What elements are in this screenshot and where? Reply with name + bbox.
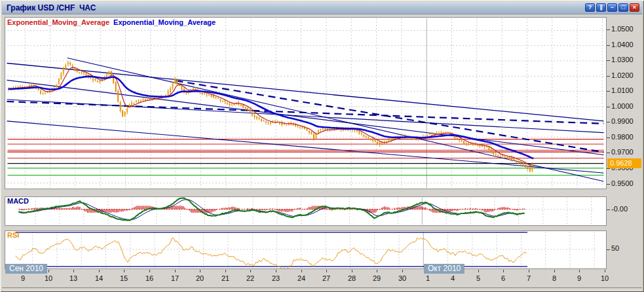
x-axis-date-label: 6 [495, 274, 512, 282]
chart-window: График USD /CHF ЧАС ?∥−□× Exponential_Mo… [0, 0, 644, 292]
help-button[interactable]: ? [585, 3, 595, 12]
x-axis-tick [225, 270, 226, 272]
x-axis-date-label: 29 [368, 274, 385, 282]
x-axis-tick [326, 270, 327, 272]
x-axis-tick [175, 270, 176, 272]
y-axis-label: 0.9700 [611, 148, 634, 156]
price-chart[interactable] [5, 17, 607, 189]
y-axis-tick [607, 107, 610, 107]
restore-icon: □ [622, 4, 625, 10]
x-axis-date-label: 28 [343, 274, 360, 282]
x-axis-date-label: 4 [444, 274, 461, 282]
x-axis-date-label: 10 [596, 274, 613, 282]
x-axis-date-label: 17 [166, 274, 183, 282]
current-price-badge: 0.9628 [607, 158, 641, 168]
macd-label: MACD [7, 197, 29, 205]
x-axis-tick [377, 270, 377, 272]
x-axis-date-label: 7 [520, 274, 537, 282]
y-axis-label: 1.0500 [611, 25, 634, 33]
y-axis-tick [607, 29, 610, 30]
window-title: График USD /CHF ЧАС [7, 3, 96, 12]
x-axis-date-label: 9 [571, 274, 588, 282]
x-axis-date-label: 30 [394, 274, 411, 282]
pause-icon: ∥ [599, 4, 603, 10]
minimize-icon: − [611, 4, 614, 10]
y-axis-label: 1.0100 [611, 86, 634, 94]
x-axis-date-label: 27 [318, 274, 335, 282]
x-axis-tick [276, 270, 276, 272]
y-axis-tick [607, 91, 610, 92]
y-axis-tick [607, 137, 610, 138]
y-axis-label: 1.0000 [611, 102, 634, 110]
pause-button[interactable]: ∥ [596, 3, 606, 12]
macd-axis-tick [607, 210, 610, 210]
x-axis-date-label: 16 [141, 274, 158, 282]
x-axis-date-label: 5 [470, 274, 487, 282]
x-axis-date-label: 21 [217, 274, 234, 282]
x-axis-date-label: 10 [40, 274, 57, 282]
x-axis-tick [478, 270, 479, 272]
month-label-september: Сен 2010 [5, 264, 47, 274]
x-axis-tick [605, 270, 605, 272]
question-icon: ? [588, 4, 592, 10]
rsi-chart[interactable] [5, 230, 607, 269]
x-axis-date-label: 13 [65, 274, 82, 282]
y-axis-label: 0.9900 [611, 117, 634, 125]
x-axis-tick [352, 270, 352, 272]
x-axis-tick [99, 270, 100, 272]
macd-chart[interactable] [5, 196, 607, 226]
rsi-label: RSI [7, 231, 19, 239]
y-axis-label: 1.0300 [611, 56, 634, 64]
y-axis-tick [607, 60, 610, 61]
x-axis-tick [200, 270, 200, 272]
y-axis-label: 1.0400 [611, 41, 634, 48]
month-label-october: Окт 2010 [424, 264, 464, 274]
x-axis-date-label: 9 [14, 274, 31, 282]
y-axis-tick [607, 168, 610, 169]
y-axis-label: 0.9800 [611, 133, 634, 141]
y-axis-tick [607, 184, 610, 185]
close-button[interactable]: × [630, 3, 639, 12]
rsi-axis-label: 50 [611, 244, 619, 252]
y-axis-tick [607, 153, 610, 153]
y-axis-label: 1.0200 [611, 71, 634, 79]
ema-legend: Exponential_Moving_AverageExponential_Mo… [7, 18, 216, 26]
x-axis-date-label: 20 [191, 274, 208, 282]
y-axis-tick [607, 45, 610, 46]
y-axis-tick [607, 76, 610, 77]
x-axis-date-label: 15 [115, 274, 132, 282]
x-axis-tick [554, 270, 555, 272]
macd-axis-label: -0.00 [611, 205, 628, 213]
x-axis-tick [48, 270, 49, 272]
rsi-axis-tick [607, 249, 610, 250]
window-buttons: ?∥−□× [585, 3, 639, 12]
ema-fast-label: Exponential_Moving_Average [7, 18, 109, 26]
x-axis-tick [529, 270, 529, 272]
x-axis-tick [149, 270, 150, 272]
restore-button[interactable]: □ [618, 3, 628, 12]
x-axis-tick [124, 270, 124, 272]
minimize-button[interactable]: − [607, 3, 617, 12]
window-resize-edge[interactable] [2, 287, 642, 291]
x-axis-tick [402, 270, 403, 272]
x-axis-date-label: 14 [90, 274, 107, 282]
x-axis-tick [503, 270, 504, 272]
y-axis-tick [607, 122, 610, 122]
x-axis-date-label: 22 [242, 274, 259, 282]
x-axis-date-label: 23 [267, 274, 284, 282]
y-axis-label: 0.9500 [611, 179, 634, 187]
x-axis-date-label: 1 [419, 274, 436, 282]
title-bar[interactable]: График USD /CHF ЧАС ?∥−□× [2, 2, 642, 14]
chart-window-screenshot: { "window": { "title": "График USD /CHF … [0, 0, 644, 292]
ema-slow-label: Exponential_Moving_Average [113, 18, 216, 26]
x-axis-date-label: 24 [293, 274, 310, 282]
x-axis-date-label: 8 [546, 274, 563, 282]
x-axis-tick [73, 270, 74, 272]
x-axis-tick [250, 270, 251, 272]
close-icon: × [633, 4, 636, 10]
x-axis-tick [301, 270, 302, 272]
x-axis-tick [579, 270, 580, 272]
